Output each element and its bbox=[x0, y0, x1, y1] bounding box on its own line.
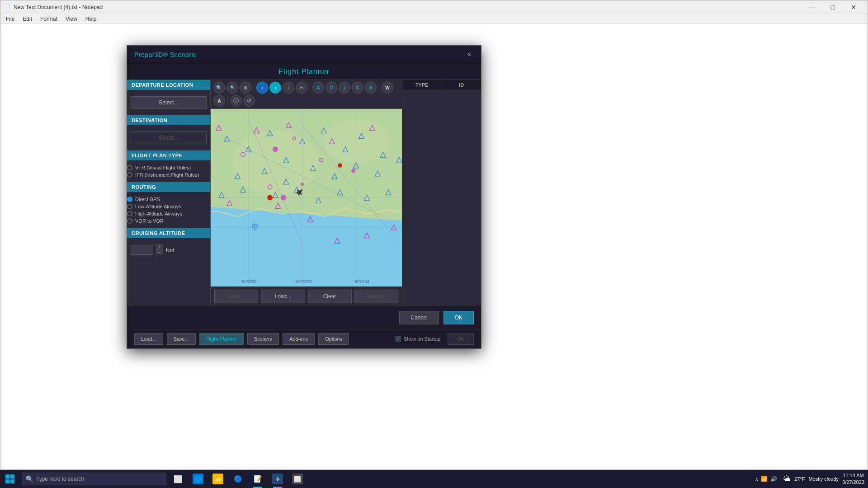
edge-app-icon[interactable]: 🌐 bbox=[188, 470, 208, 488]
svg-marker-1 bbox=[211, 206, 402, 286]
show-startup-checkbox[interactable]: ✓ bbox=[395, 336, 401, 342]
tray-chevron-icon[interactable]: ∧ bbox=[755, 477, 758, 482]
ifr-radio-button[interactable] bbox=[127, 172, 132, 178]
svg-marker-32 bbox=[294, 187, 300, 192]
menu-edit[interactable]: Edit bbox=[19, 15, 36, 23]
dialog-close-button[interactable]: × bbox=[465, 50, 474, 59]
vor-to-vor-radio-item[interactable]: VOR to VOR bbox=[127, 218, 210, 224]
maximize-button[interactable]: □ bbox=[822, 0, 843, 14]
vfr-radio-item[interactable]: VFR (Visual Flight Rules) bbox=[127, 165, 210, 170]
map-toolbar: 🔍 🔍 ⊕ i i i ✂ A V J C R W A ⓘ ↺ bbox=[211, 80, 402, 109]
ok-button[interactable]: OK bbox=[443, 311, 474, 324]
ifr-radio-item[interactable]: IFR (Instrument Flight Rules) bbox=[127, 172, 210, 178]
clear-action-button[interactable]: Clear bbox=[308, 290, 352, 303]
v-tool-button[interactable]: V bbox=[326, 82, 337, 94]
scenario-options-button[interactable]: Options bbox=[318, 333, 349, 345]
info-grey-tool-button[interactable]: i bbox=[283, 82, 294, 94]
type-column-header: TYPE bbox=[402, 80, 442, 90]
svg-line-64 bbox=[297, 190, 302, 195]
vor-to-vor-radio-button[interactable] bbox=[127, 218, 132, 224]
scenario-ok-button[interactable]: OK bbox=[448, 333, 474, 345]
direct-gps-radio-item[interactable]: Direct GPS bbox=[127, 197, 210, 202]
altitude-decrement-button[interactable]: − bbox=[156, 250, 163, 255]
zoom-in-tool-button[interactable]: 🔍 bbox=[213, 82, 225, 94]
cruising-altitude-header: CRUISING ALTITUDE bbox=[127, 228, 210, 238]
altitude-increment-button[interactable]: + bbox=[156, 244, 163, 250]
menu-view[interactable]: View bbox=[62, 15, 81, 23]
svg-marker-15 bbox=[283, 157, 289, 163]
scenario-scenery-button[interactable]: Scenery bbox=[247, 333, 279, 345]
r-tool-button[interactable]: R bbox=[365, 82, 377, 94]
center-tool-button[interactable]: ⊕ bbox=[240, 82, 251, 94]
svg-marker-46 bbox=[335, 238, 340, 244]
scenario-addons-button[interactable]: Add-ons bbox=[283, 333, 315, 345]
flight-plan-type-section: VFR (Visual Flight Rules) IFR (Instrumen… bbox=[127, 160, 210, 182]
scenario-load-button[interactable]: Load... bbox=[134, 333, 163, 345]
high-altitude-radio-item[interactable]: High-Altitude Airways bbox=[127, 211, 210, 216]
prepar3d-app-icon[interactable]: ✈ bbox=[268, 470, 288, 488]
menu-help[interactable]: Help bbox=[82, 15, 100, 23]
task-view-button[interactable]: ⬜ bbox=[168, 470, 188, 488]
svg-marker-33 bbox=[316, 198, 321, 203]
info-tool-button[interactable]: ⓘ bbox=[230, 95, 242, 107]
back-tool-button[interactable]: ↺ bbox=[243, 95, 255, 107]
notepad-app-icon[interactable]: 📝 bbox=[248, 470, 268, 488]
load-action-button[interactable]: Load... bbox=[261, 290, 305, 303]
svg-point-56 bbox=[320, 159, 323, 162]
low-altitude-radio-item[interactable]: Low-Altitude Airways bbox=[127, 204, 210, 209]
save-action-button[interactable]: Save... bbox=[214, 290, 258, 303]
svg-marker-25 bbox=[332, 174, 337, 179]
vfr-radio-button[interactable] bbox=[127, 165, 132, 170]
taskbar-search-field[interactable]: 🔍 Type here to search bbox=[22, 473, 166, 485]
altitude-unit-label: feet bbox=[166, 247, 174, 253]
destination-select-button[interactable]: Select... bbox=[131, 131, 207, 144]
map-canvas[interactable]: N 30°15' -78°0' -90°08'55 -100°00'00 -90… bbox=[211, 109, 402, 286]
scenario-flight-planner-button[interactable]: Flight Planner bbox=[199, 333, 244, 345]
zoom-out-tool-button[interactable]: 🔍 bbox=[226, 82, 238, 94]
close-button[interactable]: ✕ bbox=[843, 0, 864, 14]
scenario-save-button[interactable]: Save... bbox=[167, 333, 196, 345]
svg-marker-23 bbox=[283, 179, 289, 184]
svg-marker-20 bbox=[380, 152, 386, 157]
chrome-app-icon[interactable]: 🔵 bbox=[228, 470, 248, 488]
altitude-input[interactable]: 0 bbox=[131, 245, 153, 255]
svg-marker-17 bbox=[321, 128, 326, 133]
minimize-button[interactable]: — bbox=[802, 0, 822, 14]
info-cyan-tool-button[interactable]: i bbox=[269, 82, 281, 94]
low-altitude-radio-button[interactable] bbox=[127, 204, 132, 209]
start-button[interactable] bbox=[0, 470, 20, 488]
menu-file[interactable]: File bbox=[2, 15, 18, 23]
w-tool-button[interactable]: W bbox=[382, 82, 393, 94]
cancel-button[interactable]: Cancel bbox=[399, 311, 439, 324]
svg-point-54 bbox=[292, 137, 296, 140]
time-date-display[interactable]: 11:14 AM 3/27/2023 bbox=[842, 472, 864, 486]
c-tool-button[interactable]: C bbox=[352, 82, 363, 94]
scissors-tool-button[interactable]: ✂ bbox=[296, 82, 307, 94]
departure-select-button[interactable]: Select... bbox=[131, 96, 207, 109]
high-altitude-radio-button[interactable] bbox=[127, 211, 132, 216]
network-icon: 📶 bbox=[761, 476, 768, 482]
other-app-icon[interactable]: ⬜ bbox=[288, 470, 307, 488]
svg-marker-36 bbox=[386, 190, 391, 195]
menu-format[interactable]: Format bbox=[37, 15, 61, 23]
map-svg: N 30°15' -78°0' -90°08'55 -100°00'00 -90… bbox=[211, 109, 402, 286]
svg-marker-26 bbox=[354, 163, 359, 168]
svg-marker-18 bbox=[343, 146, 348, 152]
taskbar: 🔍 Type here to search ⬜ 🌐 📁 🔵 📝 ✈ ⬜ ∧ 📶 … bbox=[0, 470, 868, 488]
svg-rect-50 bbox=[253, 225, 257, 229]
direct-gps-radio-button[interactable] bbox=[127, 197, 132, 202]
show-startup-label: Show on Startup bbox=[404, 336, 440, 342]
right-panel: TYPE ID bbox=[402, 80, 481, 306]
a2-tool-button[interactable]: A bbox=[213, 95, 225, 107]
explorer-app-icon[interactable]: 📁 bbox=[208, 470, 228, 488]
a-tool-button[interactable]: A bbox=[312, 82, 324, 94]
navlog-action-button[interactable]: NavLog bbox=[354, 290, 398, 303]
svg-marker-12 bbox=[224, 136, 230, 141]
j-tool-button[interactable]: J bbox=[339, 82, 350, 94]
chrome-icon: 🔵 bbox=[232, 474, 243, 484]
svg-point-57 bbox=[273, 146, 278, 152]
info-blue-tool-button[interactable]: i bbox=[256, 82, 268, 94]
date-display: 3/27/2023 bbox=[842, 479, 864, 486]
flight-plan-type-header: FLIGHT PLAN TYPE bbox=[127, 150, 210, 160]
svg-marker-29 bbox=[219, 192, 224, 198]
